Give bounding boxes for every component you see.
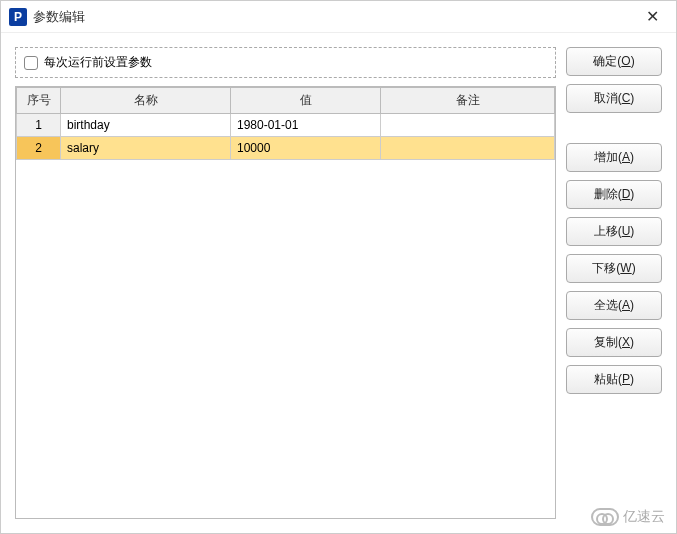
add-button[interactable]: 增加(A) [566,143,662,172]
app-icon: P [9,8,27,26]
cell-name[interactable]: salary [61,137,231,160]
params-table-container: 序号 名称 值 备注 1 birthday 1980-01-01 [15,86,556,519]
move-up-button[interactable]: 上移(U) [566,217,662,246]
th-remark[interactable]: 备注 [381,88,555,114]
main-area: 每次运行前设置参数 序号 名称 值 备注 1 [15,47,556,519]
dialog-window: P 参数编辑 ✕ 每次运行前设置参数 序号 名称 值 备注 [0,0,677,534]
cell-name[interactable]: birthday [61,114,231,137]
params-table: 序号 名称 值 备注 1 birthday 1980-01-01 [16,87,555,160]
paste-button[interactable]: 粘贴(P) [566,365,662,394]
content-area: 每次运行前设置参数 序号 名称 值 备注 1 [1,33,676,533]
cell-value[interactable]: 10000 [231,137,381,160]
copy-button[interactable]: 复制(X) [566,328,662,357]
th-seq[interactable]: 序号 [17,88,61,114]
cell-remark[interactable] [381,114,555,137]
cell-seq: 1 [17,114,61,137]
button-spacer [566,121,662,135]
select-all-button[interactable]: 全选(A) [566,291,662,320]
delete-button[interactable]: 删除(D) [566,180,662,209]
cell-seq: 2 [17,137,61,160]
th-value[interactable]: 值 [231,88,381,114]
th-name[interactable]: 名称 [61,88,231,114]
pre-run-checkbox[interactable] [24,56,38,70]
table-row[interactable]: 2 salary 10000 [17,137,555,160]
titlebar: P 参数编辑 ✕ [1,1,676,33]
table-header-row: 序号 名称 值 备注 [17,88,555,114]
table-row[interactable]: 1 birthday 1980-01-01 [17,114,555,137]
window-title: 参数编辑 [33,8,636,26]
move-down-button[interactable]: 下移(W) [566,254,662,283]
ok-button[interactable]: 确定(O) [566,47,662,76]
cancel-button[interactable]: 取消(C) [566,84,662,113]
table-body: 1 birthday 1980-01-01 2 salary 10000 [17,114,555,160]
cell-remark[interactable] [381,137,555,160]
cell-value[interactable]: 1980-01-01 [231,114,381,137]
pre-run-checkbox-container[interactable]: 每次运行前设置参数 [15,47,556,78]
pre-run-checkbox-label: 每次运行前设置参数 [44,54,152,71]
button-column: 确定(O) 取消(C) 增加(A) 删除(D) 上移(U) 下移(W) 全选(A… [566,47,662,519]
close-icon[interactable]: ✕ [636,7,668,27]
